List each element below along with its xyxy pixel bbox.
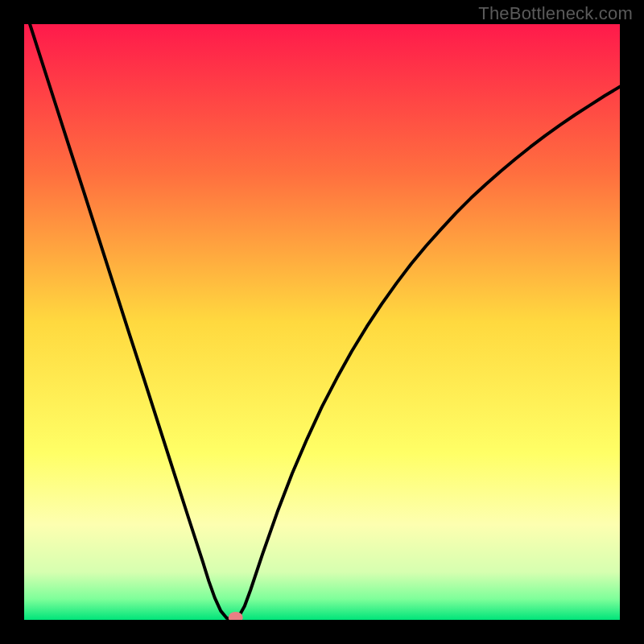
minimum-marker — [229, 612, 243, 623]
bottleneck-chart — [0, 0, 644, 644]
chart-frame: TheBottleneck.com — [0, 0, 644, 644]
watermark-text: TheBottleneck.com — [478, 3, 633, 24]
plot-background — [24, 24, 620, 620]
